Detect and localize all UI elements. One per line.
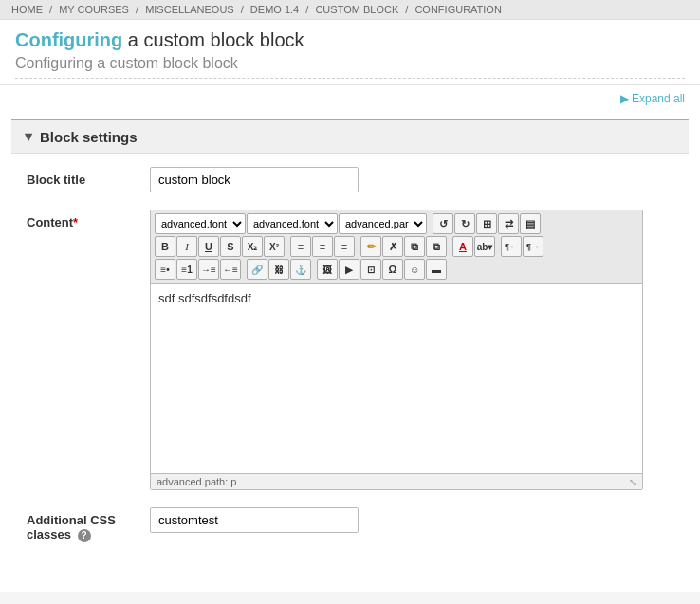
outdent-btn[interactable]: ←≡: [220, 259, 241, 280]
emoticon-btn[interactable]: ☺: [404, 259, 425, 280]
undo-btn[interactable]: ↺: [433, 213, 453, 234]
breadcrumb-current: CONFIGURATION: [414, 4, 501, 15]
paragraph-select[interactable]: advanced.par: [339, 213, 427, 234]
section-toggle-icon[interactable]: ▾: [25, 128, 32, 145]
link-btn[interactable]: 🔗: [247, 259, 267, 280]
anchor-btn[interactable]: ⚓: [290, 259, 311, 280]
unlink-btn[interactable]: ⛓: [268, 259, 289, 280]
page-title-rest: a custom block block: [122, 29, 304, 50]
subscript-btn[interactable]: X₂: [242, 236, 263, 257]
strikethrough-btn[interactable]: S: [220, 236, 241, 257]
css-classes-label: Additional CSS classes ?: [27, 507, 150, 542]
underline-btn[interactable]: U: [198, 236, 219, 257]
resize-handle[interactable]: ⤡: [629, 477, 636, 487]
section-title: Block settings: [40, 129, 138, 145]
content-control: advanced.font advanced.font advanced.par: [150, 210, 673, 490]
page-title-highlight: Configuring: [15, 29, 122, 50]
block-title-control: [150, 167, 673, 192]
page-title-sub: Configuring a custom block block: [15, 55, 685, 79]
highlight-btn[interactable]: ✏: [360, 236, 381, 257]
bg-color-btn[interactable]: ab▾: [474, 236, 495, 257]
section-header-block-settings[interactable]: ▾ Block settings: [11, 120, 689, 154]
css-classes-input[interactable]: [150, 507, 359, 533]
italic-btn[interactable]: I: [176, 236, 197, 257]
superscript-btn[interactable]: X²: [264, 236, 285, 257]
image-btn[interactable]: 🖼: [317, 259, 338, 280]
bold-btn[interactable]: B: [155, 236, 175, 257]
align-left-btn[interactable]: ≡: [290, 236, 311, 257]
breadcrumb-mycourses[interactable]: MY COURSES: [59, 4, 129, 15]
expand-all-bar: Expand all: [0, 85, 700, 111]
view-source-btn[interactable]: ▤: [520, 213, 541, 234]
toolbar-row-1: advanced.font advanced.font advanced.par: [155, 213, 638, 234]
media-btn[interactable]: ▶: [339, 259, 359, 280]
align-center-btn[interactable]: ≡: [312, 236, 333, 257]
toolbar-row-3: ≡• ≡1 →≡ ←≡ 🔗 ⛓ ⚓ 🖼: [155, 259, 638, 280]
page-header: Configuring a custom block block Configu…: [0, 20, 700, 85]
breadcrumb-misc[interactable]: MISCELLANEOUS: [145, 4, 234, 15]
ul-btn[interactable]: ≡•: [155, 259, 175, 280]
block-title-input[interactable]: [150, 167, 359, 192]
help-icon[interactable]: ?: [78, 529, 91, 542]
font-size-select[interactable]: advanced.font: [247, 213, 338, 234]
table-btn[interactable]: ⊞: [476, 213, 497, 234]
required-marker: *: [73, 215, 78, 229]
ltr-btn[interactable]: ¶→: [523, 236, 543, 257]
editor-path: advanced.path: p: [157, 476, 236, 487]
paste-btn[interactable]: ⧉: [426, 236, 447, 257]
breadcrumb-custom-block[interactable]: CUSTOM BLOCK: [315, 4, 398, 15]
css-classes-row: Additional CSS classes ?: [27, 507, 673, 542]
toggle-view-btn[interactable]: ⇄: [498, 213, 519, 234]
editor-content-area[interactable]: sdf sdfsdfsdfdsdf: [151, 284, 642, 473]
align-right-btn[interactable]: ≡: [334, 236, 355, 257]
copy-btn[interactable]: ⧉: [404, 236, 425, 257]
rtl-btn[interactable]: ¶←: [501, 236, 522, 257]
redo-btn[interactable]: ↻: [454, 213, 475, 234]
breadcrumb: HOME / MY COURSES / MISCELLANEOUS / DEMO…: [0, 0, 700, 20]
hr-btn[interactable]: ▬: [426, 259, 447, 280]
clear-format-btn[interactable]: ✗: [382, 236, 403, 257]
font-family-select[interactable]: advanced.font: [155, 213, 246, 234]
block-title-label: Block title: [27, 167, 150, 187]
css-classes-control: [150, 507, 673, 533]
ol-btn[interactable]: ≡1: [176, 259, 197, 280]
special-char-btn[interactable]: Ω: [382, 259, 403, 280]
breadcrumb-home[interactable]: HOME: [11, 4, 43, 15]
font-color-btn[interactable]: A: [452, 236, 473, 257]
toolbar-row-2: B I U S X₂ X² ≡ ≡ ≡: [155, 236, 638, 257]
editor-statusbar: advanced.path: p ⤡: [151, 473, 642, 489]
editor-toolbar: advanced.font advanced.font advanced.par: [151, 210, 642, 284]
expand-all-link[interactable]: Expand all: [620, 92, 685, 105]
indent-btn[interactable]: →≡: [198, 259, 219, 280]
editor-container: advanced.font advanced.font advanced.par: [150, 210, 643, 490]
block-title-row: Block title: [27, 167, 673, 192]
content-row: Content* advanced.font: [27, 210, 673, 490]
embed-image-btn[interactable]: ⊡: [360, 259, 381, 280]
page-title-main: Configuring a custom block block: [15, 29, 685, 51]
breadcrumb-demo[interactable]: DEMO 1.4: [250, 4, 299, 15]
section-body-block-settings: Block title Content*: [11, 154, 689, 573]
content-label: Content*: [27, 210, 150, 229]
